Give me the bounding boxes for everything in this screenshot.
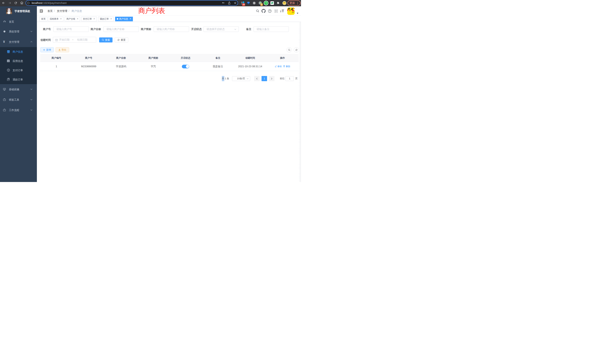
svg-text:⌘: ⌘ — [253, 2, 255, 4]
svg-text:¥: ¥ — [8, 69, 9, 71]
